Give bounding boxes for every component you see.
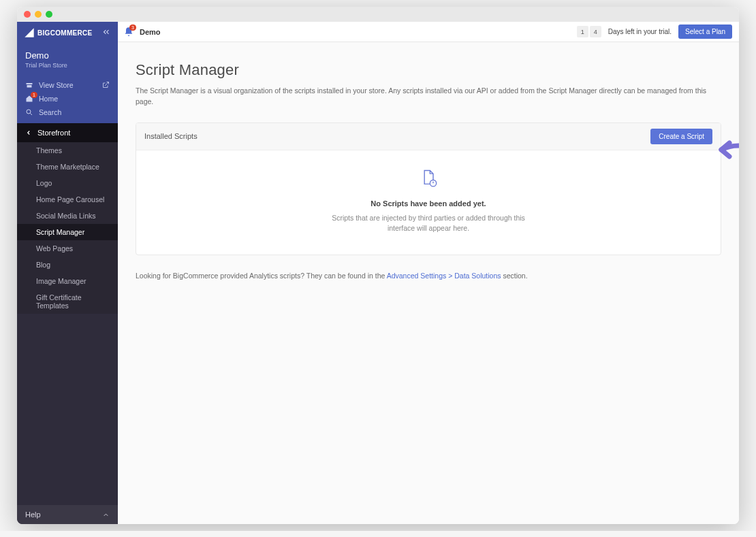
empty-state-subtitle: Scripts that are injected by third parti… (319, 213, 537, 235)
sidebar-item-social-media-links[interactable]: Social Media Links (17, 208, 118, 224)
sidebar-item-theme-marketplace[interactable]: Theme Marketplace (17, 159, 118, 175)
notifications-button[interactable]: 3 (123, 27, 134, 37)
trial-days-counter: 1 4 (577, 26, 601, 37)
sidebar-item-logo[interactable]: Logo (17, 175, 118, 191)
sidebar-submenu: ThemesTheme MarketplaceLogoHome Page Car… (17, 142, 118, 314)
sidebar-help[interactable]: Help (17, 505, 118, 524)
page-content: Script Manager The Script Manager is a v… (118, 42, 739, 524)
sidebar-collapse-button[interactable] (101, 27, 111, 39)
svg-point-2 (27, 110, 31, 114)
topbar-store-name: Demo (140, 28, 161, 36)
view-store-label: View Store (39, 81, 74, 89)
help-label: Help (25, 510, 41, 519)
footnote-after: section. (501, 272, 528, 280)
bigcommerce-logo-icon (24, 27, 35, 38)
topbar: 3 Demo 1 4 Days left in your trial. Sele… (118, 22, 739, 42)
brand-text: BIGCOMMERCE (37, 29, 93, 37)
main-area: 3 Demo 1 4 Days left in your trial. Sele… (118, 22, 739, 524)
sidebar-item-themes[interactable]: Themes (17, 142, 118, 159)
trial-day-digit: 1 (577, 26, 588, 37)
home-label: Home (39, 95, 58, 103)
store-info[interactable]: Demo Trial Plan Store (17, 44, 118, 77)
store-plan: Trial Plan Store (25, 62, 110, 69)
sidebar-item-web-pages[interactable]: Web Pages (17, 240, 118, 257)
store-icon (25, 81, 33, 89)
card-header-title: Installed Scripts (144, 132, 198, 140)
trial-days-text: Days left in your trial. (608, 28, 672, 35)
analytics-footnote: Looking for BigCommerce provided Analyti… (136, 272, 721, 280)
sidebar-item-script-manager[interactable]: Script Manager (17, 224, 118, 240)
sidebar-item-blog[interactable]: Blog (17, 257, 118, 273)
search-icon (25, 108, 33, 116)
maximize-window-icon[interactable] (46, 11, 52, 18)
sidebar-item-image-manager[interactable]: Image Manager (17, 273, 118, 289)
search-label: Search (39, 108, 61, 116)
external-link-icon (101, 81, 110, 89)
select-plan-button[interactable]: Select a Plan (678, 25, 732, 39)
svg-rect-1 (27, 85, 32, 88)
footnote-before: Looking for BigCommerce provided Analyti… (136, 272, 387, 280)
document-alert-icon (419, 168, 438, 187)
store-name: Demo (25, 50, 110, 61)
section-label: Storefront (37, 129, 70, 137)
mac-titlebar (17, 7, 739, 22)
close-window-icon[interactable] (24, 11, 31, 18)
sidebar-item-gift-certificate-templates[interactable]: Gift Certificate Templates (17, 289, 118, 314)
notifications-badge: 3 (129, 25, 136, 31)
sidebar-item-view-store[interactable]: View Store (17, 78, 118, 92)
sidebar-item-search[interactable]: Search (17, 105, 118, 119)
installed-scripts-card: Installed Scripts Create a Script No Scr… (136, 123, 721, 256)
sidebar: BIGCOMMERCE Demo Trial Plan Store View S… (17, 22, 118, 524)
chevron-up-icon (102, 511, 110, 519)
brand-logo[interactable]: BIGCOMMERCE (24, 27, 93, 38)
trial-day-digit: 4 (590, 26, 601, 37)
sidebar-item-home[interactable]: 1 Home (17, 92, 118, 105)
advanced-settings-link[interactable]: Advanced Settings > Data Solutions (387, 272, 501, 280)
chevron-double-left-icon (101, 27, 111, 37)
page-title: Script Manager (136, 61, 721, 79)
page-description: The Script Manager is a visual organizat… (136, 86, 721, 108)
create-script-button[interactable]: Create a Script (650, 129, 712, 144)
sidebar-item-home-page-carousel[interactable]: Home Page Carousel (17, 191, 118, 208)
minimize-window-icon[interactable] (35, 11, 42, 18)
app-window: BIGCOMMERCE Demo Trial Plan Store View S… (17, 7, 739, 524)
empty-state-icon (419, 168, 438, 190)
chevron-left-icon (25, 129, 32, 136)
svg-rect-0 (27, 83, 33, 84)
sidebar-section-storefront[interactable]: Storefront (17, 123, 118, 142)
svg-point-3 (430, 180, 436, 186)
empty-state-title: No Scripts have been added yet. (150, 199, 707, 208)
home-badge: 1 (31, 92, 37, 98)
